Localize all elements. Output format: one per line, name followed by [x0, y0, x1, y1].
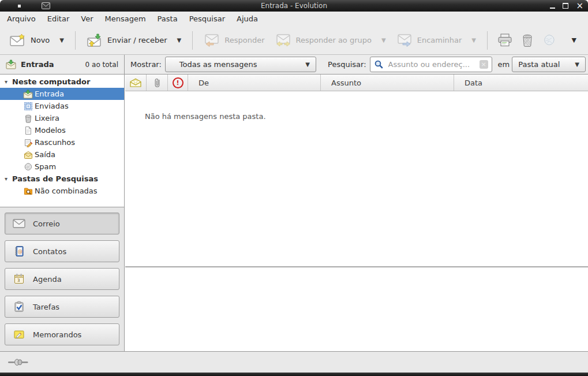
- switcher-agenda-button[interactable]: 3 Agenda: [5, 268, 119, 290]
- message-list-body[interactable]: Não há mensagens nesta pasta.: [125, 91, 588, 266]
- chevron-expanded-icon[interactable]: ▾: [5, 176, 8, 182]
- folder-header: Entrada 0 ao total: [0, 55, 125, 74]
- sidebar-item-modelos[interactable]: Modelos: [0, 124, 124, 136]
- show-filter-dropdown[interactable]: Todas as mensagens ▼: [165, 57, 316, 72]
- chevron-down-icon[interactable]: ▼: [381, 37, 386, 43]
- view-switcher: Correio @ Contatos 3 Agenda Tarefas Memo…: [0, 207, 125, 351]
- menu-pesquisar[interactable]: Pesquisar: [183, 12, 231, 26]
- menu-mensagem[interactable]: Mensagem: [99, 12, 152, 26]
- trash-icon: [23, 113, 33, 123]
- calendar-icon: 3: [13, 273, 25, 285]
- title-bar[interactable]: Entrada - Evolution ×: [0, 0, 588, 12]
- sent-icon: [23, 101, 33, 111]
- minimize-button[interactable]: [550, 8, 555, 9]
- scope-label: em: [498, 60, 510, 69]
- svg-text:@: @: [18, 249, 23, 254]
- reply-button[interactable]: Responder: [199, 31, 269, 50]
- close-button[interactable]: ×: [576, 1, 583, 11]
- delete-button[interactable]: [516, 31, 538, 50]
- chevron-down-icon[interactable]: ▼: [59, 37, 64, 43]
- preview-pane[interactable]: [125, 266, 588, 351]
- sidebar-item-saida[interactable]: Saída: [0, 148, 124, 161]
- sidebar-item-nao-combinadas[interactable]: Não combinadas: [0, 185, 124, 197]
- menu-arquivo[interactable]: Arquivo: [1, 12, 42, 26]
- new-message-icon: [10, 33, 26, 47]
- search-scope-dropdown[interactable]: Pasta atual ▼: [512, 57, 586, 72]
- switcher-label: Agenda: [33, 275, 62, 284]
- switcher-tarefas-button[interactable]: Tarefas: [5, 296, 119, 318]
- toolbar-separator: [487, 31, 488, 50]
- menu-bar: Arquivo Editar Ver Mensagem Pasta Pesqui…: [0, 12, 588, 26]
- sidebar-item-enviadas[interactable]: Enviadas: [0, 100, 124, 112]
- column-assunto[interactable]: Assunto: [321, 75, 454, 91]
- sidebar-item-lixeira[interactable]: Lixeira: [0, 112, 124, 124]
- chevron-down-icon[interactable]: ▼: [177, 37, 182, 43]
- toolbar-separator: [192, 31, 193, 50]
- inbox-icon: [23, 89, 33, 99]
- sidebar-item-entrada[interactable]: Entrada: [0, 88, 124, 100]
- column-status[interactable]: [125, 75, 147, 91]
- toolbar-overflow-button[interactable]: ▼: [565, 36, 583, 44]
- switcher-contatos-button[interactable]: @ Contatos: [5, 240, 119, 262]
- app-window: Entrada - Evolution × Arquivo Editar Ver…: [0, 0, 588, 376]
- toolbar: Novo ▼ Enviar / receber ▼ Responder Resp…: [0, 26, 588, 55]
- search-scope-value: Pasta atual: [518, 60, 560, 69]
- column-header-label: De: [199, 79, 209, 87]
- chevron-down-icon: ▼: [568, 61, 579, 68]
- reply-group-label: Responder ao grupo: [296, 36, 372, 44]
- tree-item-label: Modelos: [35, 126, 66, 135]
- maximize-button[interactable]: [563, 3, 568, 9]
- print-icon: [497, 33, 512, 47]
- search-icon: [374, 59, 384, 69]
- reply-icon: [204, 34, 220, 47]
- online-status-icon[interactable]: [8, 358, 31, 367]
- junk-button[interactable]: [538, 31, 560, 50]
- tree-item-label: Entrada: [35, 90, 64, 98]
- search-box[interactable]: ×: [370, 57, 492, 72]
- print-button[interactable]: [493, 31, 516, 50]
- search-input[interactable]: [387, 59, 476, 69]
- column-important[interactable]: !: [168, 75, 188, 91]
- menu-pasta[interactable]: Pasta: [152, 12, 183, 26]
- sidebar-item-spam[interactable]: Spam: [0, 161, 124, 173]
- column-de[interactable]: De: [188, 75, 321, 91]
- menu-ver[interactable]: Ver: [75, 12, 99, 26]
- window-bottom-edge: [0, 373, 588, 376]
- svg-text:3: 3: [17, 278, 20, 283]
- send-receive-label: Enviar / receber: [107, 36, 167, 44]
- menu-editar[interactable]: Editar: [42, 12, 76, 26]
- tree-group-label: Neste computador: [12, 77, 90, 86]
- templates-icon: [23, 125, 33, 135]
- switcher-label: Tarefas: [33, 303, 59, 311]
- forward-button[interactable]: Encaminhar ▼: [391, 31, 481, 50]
- sidebar-item-rascunhos[interactable]: Rascunhos: [0, 136, 124, 148]
- new-button-label: Novo: [31, 36, 50, 44]
- switcher-label: Contatos: [33, 247, 66, 256]
- tree-group-this-computer[interactable]: ▾ Neste computador: [0, 76, 124, 88]
- tree-item-label: Spam: [35, 162, 56, 171]
- switcher-correio-button[interactable]: Correio: [5, 213, 119, 234]
- show-label: Mostrar:: [130, 60, 162, 69]
- chevron-down-icon[interactable]: ▼: [471, 37, 476, 43]
- empty-folder-message: Não há mensagens nesta pasta.: [125, 91, 588, 121]
- tree-item-label: Saída: [35, 150, 55, 159]
- attachment-icon: [153, 77, 161, 88]
- contacts-icon: @: [13, 245, 25, 258]
- inbox-icon: [6, 59, 16, 69]
- column-attachment[interactable]: [147, 75, 168, 91]
- message-status-icon: [130, 78, 141, 87]
- switcher-memorandos-button[interactable]: Memorandos: [5, 323, 119, 345]
- column-data[interactable]: Data: [454, 75, 588, 91]
- memos-icon: [13, 328, 25, 341]
- send-receive-button[interactable]: Enviar / receber ▼: [81, 31, 186, 50]
- tree-group-search-folders[interactable]: ▾ Pastas de Pesquisas: [0, 173, 124, 185]
- tasks-icon: [13, 300, 25, 313]
- new-button[interactable]: Novo ▼: [5, 31, 69, 50]
- menu-ajuda[interactable]: Ajuda: [231, 12, 264, 26]
- switcher-label: Memorandos: [33, 330, 81, 339]
- chevron-expanded-icon[interactable]: ▾: [5, 79, 8, 85]
- status-bar: [0, 351, 588, 373]
- clear-search-icon[interactable]: ×: [480, 60, 488, 69]
- current-folder-name: Entrada: [21, 60, 54, 69]
- reply-group-button[interactable]: Responder ao grupo ▼: [270, 31, 391, 50]
